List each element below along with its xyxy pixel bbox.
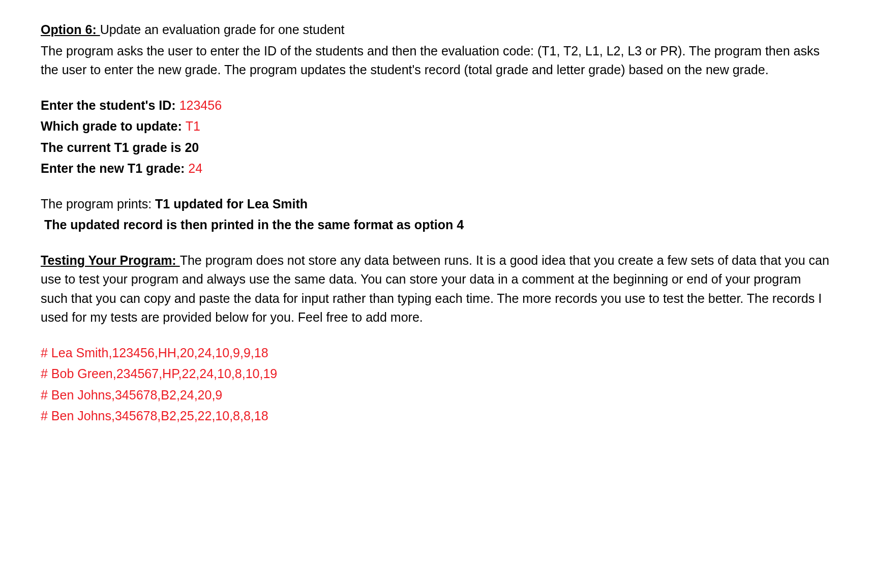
result-line: The program prints: T1 updated for Lea S… [41, 195, 830, 214]
prompt-current: The current T1 grade is 20 [41, 138, 830, 158]
option6-title: Update an evaluation grade for one stude… [100, 22, 345, 37]
prompt-new-value: 24 [188, 161, 202, 175]
test-data-line-4: # Ben Johns,345678,B2,25,22,10,8,8,18 [41, 407, 830, 426]
result-message: T1 updated for Lea Smith [155, 197, 308, 211]
prompt-which-label: Which grade to update: [41, 119, 186, 133]
prompt-id-value: 123456 [179, 98, 222, 112]
result-note: The updated record is then printed in th… [41, 215, 830, 235]
prompt-id-label: Enter the student's ID: [41, 98, 179, 112]
option6-label: Option 6: [41, 22, 100, 37]
result-prefix: The program prints: [41, 197, 155, 211]
testing-label: Testing Your Program: [41, 253, 180, 267]
option6-description: The program asks the user to enter the I… [41, 42, 830, 80]
prompt-which: Which grade to update: T1 [41, 117, 830, 136]
testing-heading: Testing Your Program: The program does n… [41, 251, 830, 327]
prompt-new: Enter the new T1 grade: 24 [41, 159, 830, 178]
option6-heading: Option 6: Update an evaluation grade for… [41, 20, 830, 40]
test-data-line-2: # Bob Green,234567,HP,22,24,10,8,10,19 [41, 364, 830, 384]
prompt-id: Enter the student's ID: 123456 [41, 96, 830, 115]
test-data-line-3: # Ben Johns,345678,B2,24,20,9 [41, 386, 830, 405]
prompt-which-value: T1 [186, 119, 200, 133]
test-data-line-1: # Lea Smith,123456,HH,20,24,10,9,9,18 [41, 344, 830, 363]
prompt-new-label: Enter the new T1 grade: [41, 161, 188, 175]
